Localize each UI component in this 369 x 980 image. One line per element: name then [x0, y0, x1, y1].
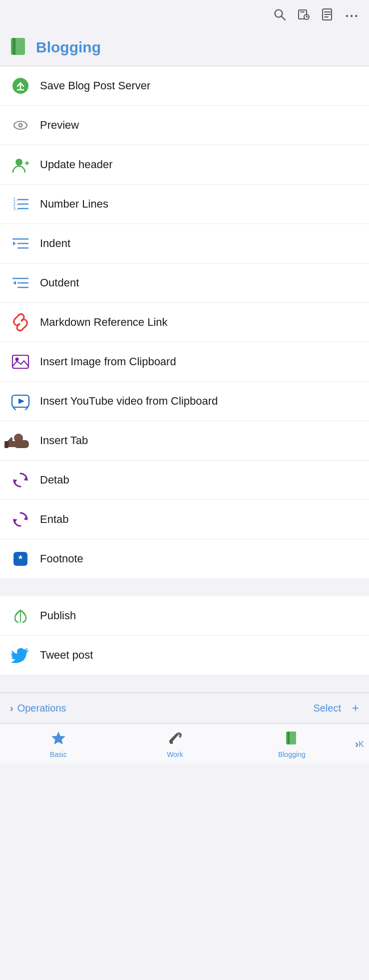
outdent-icon	[10, 272, 31, 293]
entab-icon	[10, 509, 31, 530]
svg-text:*: *	[18, 553, 22, 564]
preview-label: Preview	[40, 119, 79, 132]
tab-bar: Basic Work Blogging › K	[0, 723, 369, 763]
toolbar: ···	[0, 0, 369, 29]
menu-item-publish[interactable]: Publish	[0, 596, 369, 636]
outdent-label: Outdent	[40, 276, 79, 289]
menu-item-save-blog-post-server[interactable]: Save Blog Post Server	[0, 66, 369, 106]
tab-work[interactable]: Work	[117, 729, 234, 760]
menu-item-insert-tab[interactable]: Insert Tab	[0, 421, 369, 461]
tweet-post-label: Tweet post	[40, 649, 93, 662]
main-menu-list: Save Blog Post Server Preview Update hea…	[0, 66, 369, 578]
image-icon	[10, 351, 31, 372]
blogging-book-icon	[8, 36, 29, 59]
timer-icon[interactable]	[297, 8, 310, 24]
indent-label: Indent	[40, 237, 70, 250]
upload-icon	[10, 75, 31, 96]
svg-line-1	[282, 16, 285, 20]
publish-label: Publish	[40, 609, 76, 622]
section-gap-2	[0, 675, 369, 693]
operations-bar: › Operations Select +	[0, 693, 369, 723]
svg-rect-13	[13, 38, 15, 55]
save-blog-post-server-label: Save Blog Post Server	[40, 79, 150, 92]
svg-rect-50	[288, 732, 290, 744]
twitter-icon	[10, 645, 31, 666]
doc-icon[interactable]	[321, 8, 334, 24]
number-lines-icon: 1. 2. 3.	[10, 194, 31, 215]
publish-icon	[10, 605, 31, 626]
svg-marker-46	[52, 732, 65, 744]
insert-youtube-clipboard-label: Insert YouTube video from Clipboard	[40, 395, 218, 408]
book-tab-icon	[284, 731, 299, 749]
tab-blogging[interactable]: Blogging	[233, 729, 350, 760]
wrench-icon	[168, 731, 183, 749]
menu-item-indent[interactable]: Indent	[0, 224, 369, 263]
menu-item-tweet-post[interactable]: Tweet post	[0, 636, 369, 675]
operations-label: Operations	[17, 703, 310, 714]
svg-rect-35	[12, 355, 28, 368]
section-title: Blogging	[36, 39, 101, 56]
detab-label: Detab	[40, 474, 69, 487]
operations-chevron-icon[interactable]: ›	[10, 703, 13, 714]
footnote-label: Footnote	[40, 552, 83, 565]
detab-icon	[10, 470, 31, 490]
tab-chevron-icon: ›	[355, 738, 359, 751]
svg-line-39	[25, 408, 27, 410]
search-icon[interactable]	[273, 8, 286, 24]
tab-basic[interactable]: Basic	[0, 729, 117, 760]
svg-point-19	[19, 124, 21, 126]
menu-item-update-header[interactable]: Update header	[0, 145, 369, 185]
user-plus-icon	[10, 154, 31, 175]
menu-item-insert-youtube-clipboard[interactable]: Insert YouTube video from Clipboard	[0, 382, 369, 421]
tab-more-chevron[interactable]: › K	[350, 738, 369, 751]
star-icon	[51, 731, 66, 749]
more-icon[interactable]: ···	[345, 8, 359, 24]
menu-item-number-lines[interactable]: 1. 2. 3. Number Lines	[0, 185, 369, 224]
add-button[interactable]: +	[352, 701, 359, 715]
section-header: Blogging	[0, 29, 369, 66]
indent-icon	[10, 233, 31, 254]
menu-item-footnote[interactable]: * Footnote	[0, 539, 369, 578]
menu-item-entab[interactable]: Entab	[0, 500, 369, 539]
secondary-menu-list: Publish Tweet post	[0, 596, 369, 675]
entab-label: Entab	[40, 513, 69, 526]
menu-item-outdent[interactable]: Outdent	[0, 263, 369, 303]
select-button[interactable]: Select	[313, 703, 341, 714]
menu-item-preview[interactable]: Preview	[0, 106, 369, 145]
eye-icon	[10, 115, 31, 136]
svg-point-47	[170, 741, 173, 744]
markdown-reference-link-label: Markdown Reference Link	[40, 316, 168, 329]
svg-point-36	[15, 358, 19, 361]
update-header-label: Update header	[40, 158, 113, 171]
section-gap	[0, 578, 369, 596]
insert-image-clipboard-label: Insert Image from Clipboard	[40, 355, 176, 368]
tab-basic-label: Basic	[50, 750, 67, 758]
menu-item-detab[interactable]: Detab	[0, 461, 369, 500]
svg-rect-42	[4, 441, 8, 448]
insert-tab-label: Insert Tab	[40, 434, 88, 447]
youtube-icon	[10, 391, 31, 412]
menu-item-insert-image-clipboard[interactable]: Insert Image from Clipboard	[0, 342, 369, 382]
svg-point-20	[15, 159, 22, 166]
tab-k-label: K	[359, 740, 364, 749]
number-lines-label: Number Lines	[40, 198, 108, 211]
menu-item-markdown-reference-link[interactable]: Markdown Reference Link	[0, 303, 369, 342]
tab-blogging-label: Blogging	[278, 750, 306, 758]
svg-line-38	[13, 408, 15, 410]
tab-icon	[10, 430, 31, 451]
link-icon	[10, 312, 31, 333]
footnote-icon: *	[10, 548, 31, 569]
tab-work-label: Work	[167, 750, 183, 758]
